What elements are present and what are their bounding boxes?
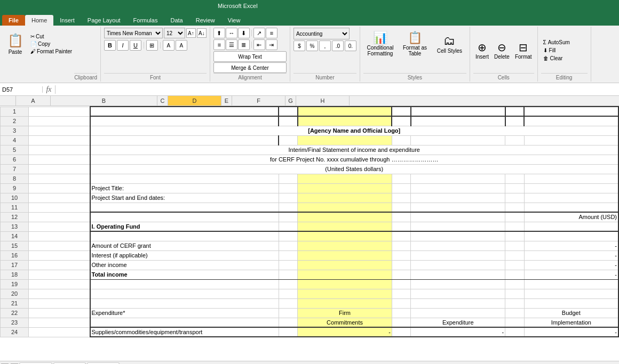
conditional-formatting-button[interactable]: 📊 Conditional Formatting — [363, 28, 397, 60]
cell-b20[interactable] — [90, 289, 279, 298]
cell-d1[interactable] — [298, 107, 392, 116]
comma-button[interactable]: , — [319, 41, 331, 51]
cell-b10[interactable]: Project Start and End dates: — [90, 193, 279, 203]
delete-button[interactable]: ⊖ Delete — [492, 28, 512, 73]
cell-g14[interactable] — [505, 231, 524, 241]
align-right-button[interactable]: ≣ — [238, 39, 250, 50]
cell-a14[interactable] — [29, 231, 90, 241]
cell-f14[interactable] — [411, 231, 505, 241]
underline-button[interactable]: U — [130, 40, 141, 51]
cell-d18[interactable] — [298, 270, 392, 279]
cell-b9[interactable]: Project Title: — [90, 183, 279, 193]
cell-d12[interactable] — [298, 212, 392, 222]
cell-h22[interactable]: Budget — [524, 308, 618, 318]
cell-h21[interactable] — [524, 298, 618, 308]
cell-d11[interactable] — [298, 203, 392, 212]
row-num-8[interactable]: 8 — [1, 174, 29, 183]
row-num-3[interactable]: 3 — [1, 126, 29, 135]
cell-g13[interactable] — [505, 222, 524, 231]
cell-h18[interactable]: - — [524, 270, 618, 279]
cell-a3[interactable] — [29, 126, 90, 135]
cell-b5-merged[interactable]: Interim/Final Statement of income and ex… — [90, 145, 619, 155]
cut-button[interactable]: ✂ Cut — [28, 33, 74, 40]
row-num-15[interactable]: 15 — [1, 241, 29, 250]
font-size-increase-button[interactable]: A↑ — [186, 28, 196, 38]
wrap-text-button[interactable]: Wrap Text — [213, 51, 287, 62]
cell-d15[interactable] — [298, 241, 392, 250]
cell-g1[interactable] — [505, 107, 524, 116]
cell-b15[interactable]: Amount of CERF grant — [90, 241, 279, 250]
row-num-19[interactable]: 19 — [1, 279, 29, 289]
cell-h20[interactable] — [524, 289, 618, 298]
cell-c21[interactable] — [279, 298, 297, 308]
cell-c17[interactable] — [279, 260, 297, 270]
number-format-select[interactable]: Accounting General Number Currency Perce… — [293, 28, 350, 39]
cell-d8[interactable] — [298, 174, 392, 183]
row-num-23[interactable]: 23 — [1, 318, 29, 327]
format-painter-button[interactable]: 🖌 Format Painter — [28, 48, 74, 55]
cell-b23[interactable] — [90, 318, 279, 327]
cell-d21[interactable] — [298, 298, 392, 308]
clear-button[interactable]: 🗑 Clear — [541, 55, 572, 62]
cell-f21[interactable] — [411, 298, 505, 308]
cell-b2[interactable] — [90, 116, 279, 126]
formula-input[interactable] — [55, 86, 619, 93]
fill-color-button[interactable]: A — [163, 40, 174, 51]
cell-h10[interactable] — [524, 193, 618, 203]
row-num-20[interactable]: 20 — [1, 289, 29, 298]
cell-c24[interactable] — [279, 327, 297, 337]
cell-c14[interactable] — [279, 231, 297, 241]
cell-h15[interactable]: - — [524, 241, 618, 250]
font-size-decrease-button[interactable]: A↓ — [197, 28, 207, 38]
row-num-22[interactable]: 22 — [1, 308, 29, 318]
cell-b16[interactable]: Interest (if applicable) — [90, 250, 279, 260]
cell-h1[interactable] — [524, 107, 618, 116]
cell-a17[interactable] — [29, 260, 90, 270]
text-indent-button[interactable]: ≡ — [266, 28, 277, 38]
cell-g11[interactable] — [505, 203, 524, 212]
tab-review[interactable]: Review — [189, 15, 221, 26]
cell-h24[interactable]: - — [524, 327, 618, 337]
cell-f13[interactable] — [411, 222, 505, 231]
dollar-button[interactable]: $ — [293, 41, 305, 51]
cell-c20[interactable] — [279, 289, 297, 298]
cell-e22[interactable] — [392, 308, 410, 318]
cell-e10[interactable] — [392, 193, 410, 203]
cell-d14[interactable] — [298, 231, 392, 241]
cell-d4[interactable] — [298, 135, 392, 145]
sheet-tab-1[interactable]: Sheet1 — [19, 362, 52, 365]
cell-d22[interactable]: Firm — [298, 308, 392, 318]
cell-e13[interactable] — [392, 222, 410, 231]
row-num-11[interactable]: 11 — [1, 203, 29, 212]
merge-center-button[interactable]: Merge & Center — [213, 62, 287, 73]
cell-h8[interactable] — [524, 174, 618, 183]
cell-g4[interactable] — [505, 135, 524, 145]
cell-f19[interactable] — [411, 279, 505, 289]
align-top-button[interactable]: ⬆ — [213, 28, 225, 38]
cell-e12[interactable] — [392, 212, 410, 222]
cell-e17[interactable] — [392, 260, 410, 270]
cell-f17[interactable] — [411, 260, 505, 270]
cell-g16[interactable] — [505, 250, 524, 260]
cell-f10[interactable] — [411, 193, 505, 203]
insert-button[interactable]: ⊕ Insert — [473, 28, 491, 73]
row-num-14[interactable]: 14 — [1, 231, 29, 241]
cell-e8[interactable] — [392, 174, 410, 183]
cell-a11[interactable] — [29, 203, 90, 212]
cell-b21[interactable] — [90, 298, 279, 308]
cell-f11[interactable] — [411, 203, 505, 212]
cell-e11[interactable] — [392, 203, 410, 212]
tab-file[interactable]: File — [2, 15, 25, 26]
cell-g2[interactable] — [505, 116, 524, 126]
cell-d16[interactable] — [298, 250, 392, 260]
col-header-e[interactable]: E — [221, 96, 232, 106]
cell-f24[interactable]: - — [411, 327, 505, 337]
tab-view[interactable]: View — [221, 15, 247, 26]
align-center-button[interactable]: ☰ — [226, 39, 237, 50]
tab-home[interactable]: Home — [25, 15, 53, 26]
percent-button[interactable]: % — [306, 41, 318, 51]
col-header-g[interactable]: G — [285, 96, 296, 106]
row-num-24[interactable]: 24 — [1, 327, 29, 337]
cell-g12[interactable] — [505, 212, 524, 222]
cell-b19[interactable] — [90, 279, 279, 289]
